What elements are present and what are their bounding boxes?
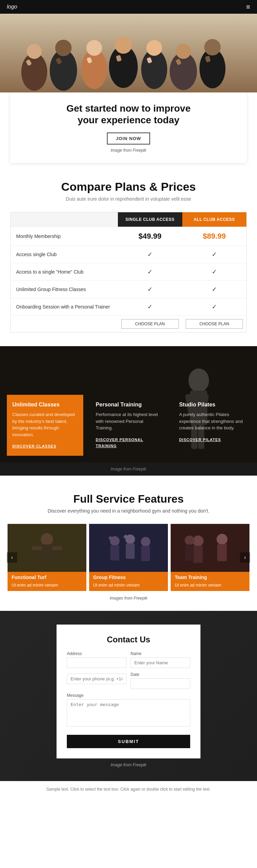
plans-title: Compare Plans & Prices — [10, 180, 247, 193]
carousel-next-button[interactable]: › — [240, 552, 250, 563]
svg-point-34 — [41, 533, 53, 545]
svg-point-54 — [185, 536, 194, 545]
svg-point-13 — [176, 44, 191, 59]
contact-section: Contact Us Address Name Date Message — [0, 611, 257, 781]
feature-card-functional: Functional Turf Ut enim ad minim veniam — [8, 524, 86, 591]
svg-rect-53 — [217, 544, 227, 561]
feature-desc-team: Ut enim ad minim veniam — [171, 583, 249, 591]
contact-title: Contact Us — [67, 635, 190, 644]
all-check-1: ✓ — [182, 246, 247, 263]
svg-point-9 — [115, 37, 132, 54]
services-section: Unlimited Classes Classes curated and de… — [0, 346, 257, 476]
phone-group — [67, 672, 126, 689]
feature-image-functional — [8, 524, 86, 572]
plans-col-single: SINGLE CLUB ACCESS — [118, 212, 182, 227]
phone-input[interactable] — [67, 674, 126, 684]
hero-caption: Image from Freepik — [24, 148, 233, 153]
table-row: Onboarding Session with a Personal Train… — [11, 298, 247, 316]
service-link-pilates[interactable]: DISCOVER PILATES — [179, 438, 221, 442]
plans-section: Compare Plans & Prices Duis aute irure d… — [0, 163, 257, 346]
svg-rect-36 — [32, 546, 42, 550]
svg-rect-51 — [193, 546, 203, 563]
features-title: Full Service Features — [7, 493, 250, 505]
table-row-choose: CHOOSE PLAN CHOOSE PLAN — [11, 316, 247, 332]
single-check-4: ✓ — [118, 298, 182, 316]
svg-point-52 — [217, 534, 228, 545]
name-group: Name — [131, 651, 190, 668]
svg-rect-41 — [110, 545, 119, 561]
services-background: Unlimited Classes Classes curated and de… — [0, 346, 257, 463]
svg-point-3 — [27, 44, 42, 59]
svg-point-7 — [86, 40, 102, 56]
service-link-unlimited[interactable]: DISCOVER CLASSES — [12, 444, 56, 448]
date-input[interactable] — [131, 678, 190, 689]
table-row: Monthly Membership $49.99 $89.99 — [11, 227, 247, 246]
plans-col-empty — [11, 212, 118, 227]
hero-heading: Get started now to improve your experien… — [24, 103, 233, 126]
service-title-pilates: Studio Pilates — [179, 402, 245, 408]
hero-image — [0, 14, 257, 92]
contact-row-phone-date: Date — [67, 672, 190, 689]
contact-form-wrapper: Contact Us Address Name Date Message — [57, 625, 200, 758]
svg-rect-55 — [185, 544, 194, 561]
feature-label-functional: Functional Turf — [8, 572, 86, 583]
contact-caption: Image from Freepik — [7, 763, 250, 767]
message-group: Message — [67, 693, 190, 728]
single-price: $49.99 — [118, 227, 182, 246]
service-card-personal: Personal Training Performance at its hig… — [90, 395, 167, 456]
name-input[interactable] — [131, 657, 190, 668]
all-check-3: ✓ — [182, 281, 247, 298]
hero-section: Get started now to improve your experien… — [0, 14, 257, 163]
all-price: $89.99 — [182, 227, 247, 246]
choose-plan-single-button[interactable]: CHOOSE PLAN — [121, 319, 179, 329]
features-caption: Images from Freepik — [7, 596, 250, 601]
submit-button[interactable]: SUBMIT — [67, 735, 190, 748]
plans-table: SINGLE CLUB ACCESS ALL CLUB ACCESS Month… — [10, 212, 247, 332]
service-link-personal[interactable]: DISCOVER PERSONAL TRAINING — [96, 438, 143, 448]
feature-card-group: Group Fitness Ut enim ad minim veniam — [89, 524, 168, 591]
svg-point-15 — [204, 39, 221, 55]
message-input[interactable] — [67, 699, 190, 727]
svg-rect-44 — [126, 543, 135, 559]
address-input[interactable] — [67, 657, 126, 668]
row-label: Unlimited Group Fitness Classes — [11, 281, 118, 298]
carousel-prev-button[interactable]: ‹ — [7, 552, 17, 563]
row-label: Onboarding Session with a Personal Train… — [11, 298, 118, 316]
service-card-unlimited: Unlimited Classes Classes curated and de… — [7, 395, 83, 456]
feature-label-group: Group Fitness — [89, 572, 168, 583]
services-cards: Unlimited Classes Classes curated and de… — [0, 395, 257, 463]
row-label: Monthly Membership — [11, 227, 118, 246]
footer-note: Sample text. Click to select the text bo… — [0, 781, 257, 797]
svg-rect-35 — [41, 544, 53, 562]
features-section: Full Service Features Discover everythin… — [0, 476, 257, 611]
all-check-4: ✓ — [182, 298, 247, 316]
name-label: Name — [131, 651, 190, 656]
menu-icon[interactable]: ≡ — [246, 3, 250, 11]
svg-point-11 — [146, 40, 162, 56]
message-label: Message — [67, 693, 190, 698]
table-row: Unlimited Group Fitness Classes ✓ ✓ — [11, 281, 247, 298]
svg-rect-49 — [171, 524, 249, 572]
svg-rect-37 — [52, 546, 62, 550]
hero-illustration — [0, 14, 257, 92]
choose-plan-all-button[interactable]: CHOOSE PLAN — [186, 319, 243, 329]
services-caption: Image from Freepik — [0, 463, 257, 476]
plans-col-all: ALL CLUB ACCESS — [182, 212, 247, 227]
single-check-3: ✓ — [118, 281, 182, 298]
table-row: Access to a single "Home" Club ✓ ✓ — [11, 263, 247, 281]
join-now-button[interactable]: JOIN NOW — [107, 133, 150, 144]
row-label: Access to a single "Home" Club — [11, 263, 118, 281]
row-label: Access single Club — [11, 246, 118, 263]
contact-row-address-name: Address Name — [67, 651, 190, 668]
address-group: Address — [67, 651, 126, 668]
logo: logo — [7, 4, 17, 10]
single-check-1: ✓ — [118, 246, 182, 263]
feature-image-group — [89, 524, 168, 572]
service-desc-pilates: A purely authentic Pilates experience th… — [179, 411, 245, 431]
service-title-unlimited: Unlimited Classes — [12, 402, 78, 408]
svg-point-46 — [141, 537, 150, 546]
feature-image-team — [171, 524, 249, 572]
service-desc-personal: Performance at its highest level with re… — [96, 411, 161, 431]
feature-card-team: Team Training Ut enim ad minim veniam — [171, 524, 249, 591]
table-row: Access single Club ✓ ✓ — [11, 246, 247, 263]
